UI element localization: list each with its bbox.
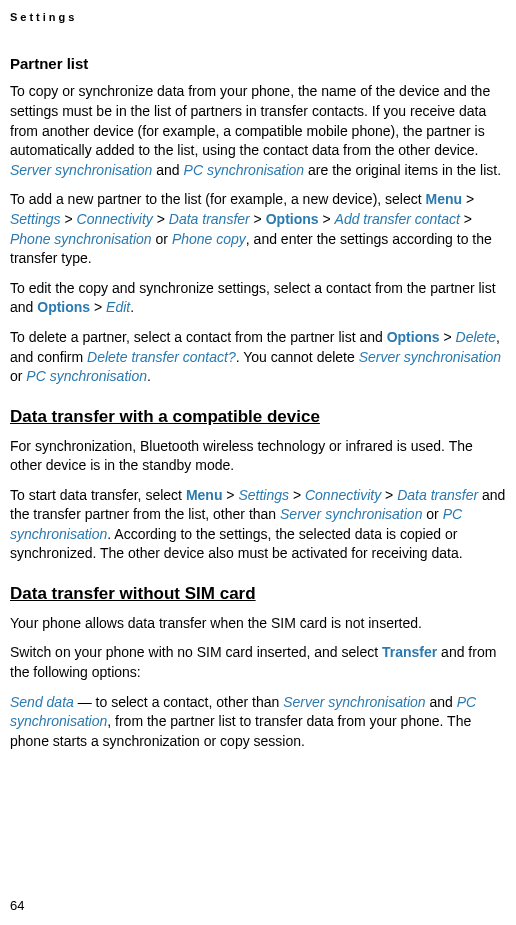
text: >: [440, 329, 456, 345]
menu-term: Menu: [186, 487, 223, 503]
options-term: Options: [387, 329, 440, 345]
text: >: [289, 487, 305, 503]
phonesync-term: Phone synchronisation: [10, 231, 152, 247]
paragraph: To copy or synchronize data from your ph…: [10, 82, 506, 180]
delete-term: Delete: [456, 329, 496, 345]
text: are the original items in the list.: [304, 162, 501, 178]
server-sync-term: Server synchronisation: [359, 349, 501, 365]
text: >: [319, 211, 335, 227]
partner-list-title: Partner list: [10, 53, 506, 74]
data-transfer-compat-title: Data transfer with a compatible device: [10, 405, 506, 429]
text: Switch on your phone with no SIM card in…: [10, 644, 382, 660]
server-sync-term: Server synchronisation: [283, 694, 425, 710]
paragraph: Your phone allows data transfer when the…: [10, 614, 506, 634]
deleteq-term: Delete transfer contact?: [87, 349, 236, 365]
options-term: Options: [37, 299, 90, 315]
paragraph: To add a new partner to the list (for ex…: [10, 190, 506, 268]
text: >: [460, 211, 472, 227]
text: >: [61, 211, 77, 227]
connectivity-term: Connectivity: [305, 487, 381, 503]
text: To add a new partner to the list (for ex…: [10, 191, 426, 207]
datatransfer-term: Data transfer: [169, 211, 250, 227]
page-number: 64: [10, 897, 24, 915]
edit-term: Edit: [106, 299, 130, 315]
text: >: [381, 487, 397, 503]
paragraph: For synchronization, Bluetooth wireless …: [10, 437, 506, 476]
senddata-term: Send data: [10, 694, 74, 710]
paragraph: To edit the copy and synchronize setting…: [10, 279, 506, 318]
text: >: [153, 211, 169, 227]
text: and: [426, 694, 457, 710]
text: To delete a partner, select a contact fr…: [10, 329, 387, 345]
text: . You cannot delete: [236, 349, 359, 365]
phonecopy-term: Phone copy: [172, 231, 246, 247]
text: .: [147, 368, 151, 384]
paragraph: To delete a partner, select a contact fr…: [10, 328, 506, 387]
datatransfer-term: Data transfer: [397, 487, 478, 503]
text: .: [130, 299, 134, 315]
text: >: [462, 191, 474, 207]
text: or: [422, 506, 442, 522]
text: >: [222, 487, 238, 503]
text: or: [10, 368, 26, 384]
paragraph: Switch on your phone with no SIM card in…: [10, 643, 506, 682]
text: To start data transfer, select: [10, 487, 186, 503]
transfer-term: Transfer: [382, 644, 437, 660]
server-sync-term: Server synchronisation: [10, 162, 152, 178]
settings-term: Settings: [10, 211, 61, 227]
options-term: Options: [266, 211, 319, 227]
settings-term: Settings: [238, 487, 289, 503]
text: >: [250, 211, 266, 227]
text: and: [152, 162, 183, 178]
text: >: [90, 299, 106, 315]
connectivity-term: Connectivity: [77, 211, 153, 227]
page-header: Settings: [10, 10, 506, 25]
text: — to select a contact, other than: [74, 694, 283, 710]
pc-sync-term: PC synchronisation: [26, 368, 147, 384]
data-transfer-nosim-title: Data transfer without SIM card: [10, 582, 506, 606]
paragraph: To start data transfer, select Menu > Se…: [10, 486, 506, 564]
text: or: [152, 231, 172, 247]
addtransfer-term: Add transfer contact: [335, 211, 460, 227]
pc-sync-term: PC synchronisation: [184, 162, 305, 178]
server-sync-term: Server synchronisation: [280, 506, 422, 522]
menu-term: Menu: [426, 191, 463, 207]
text: To copy or synchronize data from your ph…: [10, 83, 490, 158]
paragraph: Send data — to select a contact, other t…: [10, 693, 506, 752]
